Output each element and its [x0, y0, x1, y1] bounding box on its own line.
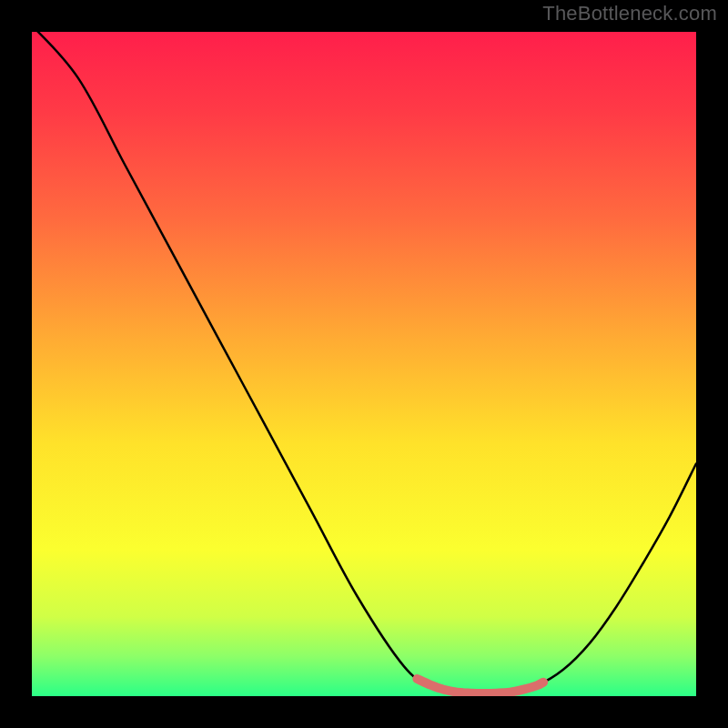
chart-root: TheBottleneck.com [0, 0, 728, 728]
gradient-background [32, 32, 696, 696]
watermark-text: TheBottleneck.com [542, 2, 717, 25]
chart-svg [32, 32, 696, 696]
plot-area [32, 32, 696, 696]
